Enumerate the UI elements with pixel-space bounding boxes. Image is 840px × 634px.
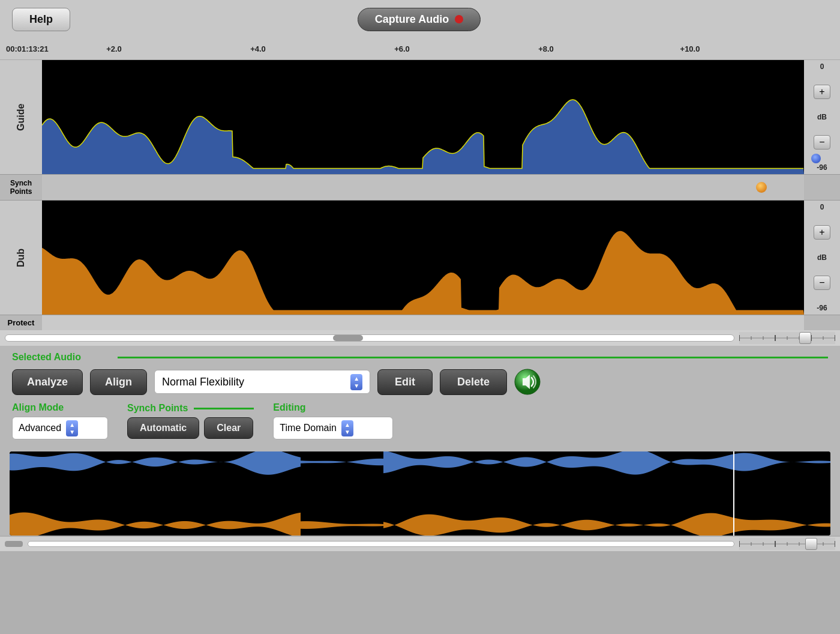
dub-db-mid: dB (817, 253, 827, 262)
dub-track-container: Dub 0 + dB − -96 (0, 201, 840, 315)
ruler-mark-1: +2.0 (42, 44, 186, 53)
bottom-scrollbar-row (0, 537, 840, 551)
dub-waveform-area (42, 201, 804, 315)
dub-zoom-in-button[interactable]: + (814, 225, 830, 240)
flexibility-select[interactable]: Normal Flexibility ▲ ▼ (154, 370, 370, 394)
guide-db-mid: dB (817, 113, 827, 121)
guide-waveform-area (42, 60, 804, 174)
ruler-marks: +2.0 +4.0 +6.0 +8.0 +10.0 (42, 44, 762, 53)
dub-track-label: Dub (0, 201, 42, 315)
guide-db-scale: 0 + dB − -96 (804, 60, 840, 174)
selected-audio-line (118, 357, 828, 358)
align-mode-label: Align Mode (12, 402, 108, 413)
protect-track (42, 315, 804, 330)
synch-points-ctrl-label: Synch Points (127, 403, 188, 414)
align-mode-arrows: ▲ ▼ (66, 420, 78, 436)
dub-db-scale: 0 + dB − -96 (804, 201, 840, 315)
editing-select[interactable]: Time Domain ▲ ▼ (273, 417, 393, 439)
align-mode-group: Align Mode Advanced ▲ ▼ (12, 402, 108, 439)
synch-points-line (194, 408, 254, 409)
capture-audio-label: Capture Audio (375, 13, 449, 26)
selected-audio-label: Selected Audio (12, 352, 108, 363)
guide-db-top: 0 (820, 62, 824, 71)
guide-position-indicator (811, 154, 821, 163)
flexibility-arrows: ▲ ▼ (350, 374, 362, 390)
analyze-button[interactable]: Analyze (12, 369, 83, 395)
main-scrollbar-row (0, 330, 840, 346)
synch-points-row: SynchPoints (0, 174, 840, 201)
timecode-display: 00:01:13:21 (6, 44, 49, 53)
align-button[interactable]: Align (90, 369, 147, 395)
guide-waveform-canvas (42, 60, 804, 174)
protect-row: Protect (0, 315, 840, 330)
controls-section: Selected Audio Analyze Align Normal Flex… (0, 346, 840, 451)
bottom-scrollbar-track[interactable] (28, 541, 734, 547)
zoom-ticks-svg (739, 332, 835, 344)
clear-button[interactable]: Clear (204, 417, 253, 439)
editing-label: Editing (273, 402, 393, 413)
guide-zoom-in-button[interactable]: + (814, 85, 830, 99)
synch-points-header: Synch Points (127, 403, 254, 414)
synch-points-label: SynchPoints (0, 178, 42, 198)
guide-track-container: Guide 0 + dB − -96 (0, 60, 840, 174)
synch-points-controls: Automatic Clear (127, 417, 254, 439)
dub-waveform-canvas (42, 201, 804, 315)
speaker-icon[interactable] (514, 369, 541, 395)
capture-audio-button[interactable]: Capture Audio (358, 8, 481, 31)
flexibility-value: Normal Flexibility (162, 376, 244, 388)
protect-label: Protect (0, 318, 42, 327)
align-mode-select[interactable]: Advanced ▲ ▼ (12, 417, 108, 439)
ruler-mark-3: +6.0 (330, 44, 474, 53)
automatic-button[interactable]: Automatic (127, 417, 199, 439)
selected-audio-row: Selected Audio (12, 352, 828, 363)
editing-value: Time Domain (280, 423, 337, 433)
bottom-waveform-canvas (10, 451, 830, 536)
top-bar: Help Capture Audio (0, 0, 840, 38)
synch-points-group: Synch Points Automatic Clear (127, 403, 254, 439)
dub-db-bot: -96 (817, 304, 827, 312)
delete-button[interactable]: Delete (440, 369, 507, 395)
bottom-scrollbar-thumb[interactable] (5, 541, 23, 547)
align-mode-controls: Advanced ▲ ▼ (12, 417, 108, 439)
bottom-zoom-svg (739, 538, 835, 550)
main-scrollbar-thumb[interactable] (333, 335, 363, 341)
help-button[interactable]: Help (12, 8, 70, 31)
guide-track-label: Guide (0, 60, 42, 174)
guide-db-bot: -96 (817, 163, 827, 172)
dub-db-top: 0 (820, 203, 824, 211)
bottom-zoom-knob[interactable] (805, 538, 817, 550)
align-mode-value: Advanced (19, 423, 61, 433)
zoom-slider-knob[interactable] (799, 332, 811, 344)
dub-zoom-out-button[interactable]: − (814, 276, 830, 290)
editing-group: Editing Time Domain ▲ ▼ (273, 402, 393, 439)
bottom-waveform-container (0, 451, 840, 536)
ruler-mark-2: +4.0 (186, 44, 330, 53)
ruler-mark-4: +8.0 (474, 44, 618, 53)
playhead-line (733, 451, 734, 536)
editing-controls: Time Domain ▲ ▼ (273, 417, 393, 439)
record-dot-icon (455, 15, 463, 23)
timeline-ruler: 00:01:13:21 +2.0 +4.0 +6.0 +8.0 +10.0 (0, 38, 840, 60)
main-controls-row: Analyze Align Normal Flexibility ▲ ▼ Edi… (12, 369, 828, 395)
zoom-control-area[interactable] (739, 332, 835, 344)
edit-button[interactable]: Edit (377, 369, 433, 395)
synch-points-track[interactable] (42, 175, 804, 200)
lower-controls-row: Align Mode Advanced ▲ ▼ Synch Points Aut… (12, 402, 828, 439)
main-scrollbar-track[interactable] (5, 334, 734, 342)
ruler-mark-5: +10.0 (618, 44, 762, 53)
bottom-zoom-ticks[interactable] (739, 538, 835, 550)
guide-zoom-out-button[interactable]: − (814, 135, 830, 149)
bottom-waveform (10, 451, 830, 536)
synch-point-indicator (756, 182, 767, 193)
editing-arrows: ▲ ▼ (341, 420, 353, 436)
